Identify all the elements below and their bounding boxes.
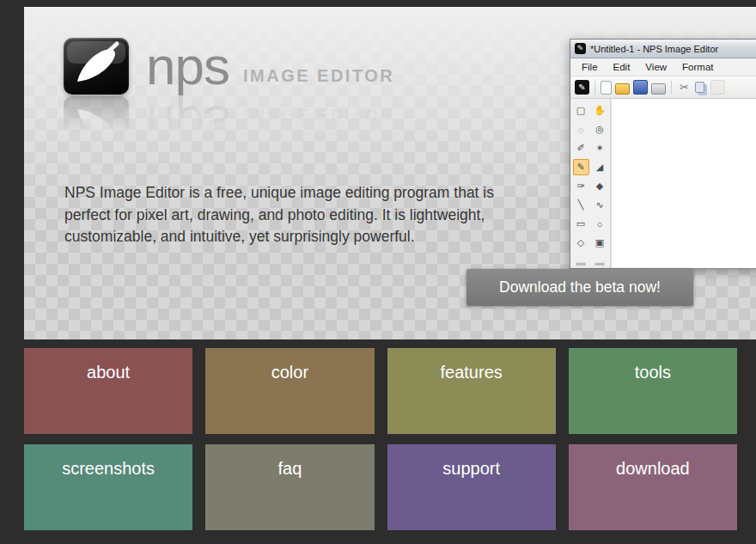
- pan-tool-icon[interactable]: ✋: [592, 102, 608, 119]
- eraser-tool-icon[interactable]: ◢: [592, 159, 608, 175]
- window-menubar: File Edit View Format: [570, 58, 756, 76]
- toolbar-separator: [594, 81, 595, 95]
- fill-tool-icon[interactable]: ◆: [592, 178, 608, 194]
- window-title: *Untitled-1 - NPS Image Editor: [590, 44, 718, 54]
- copy-icon[interactable]: [695, 82, 704, 93]
- curve-tool-icon[interactable]: ∿: [592, 197, 608, 213]
- menu-file[interactable]: File: [574, 62, 606, 72]
- select-tool-icon[interactable]: ▢: [573, 102, 589, 119]
- zoom-tool-icon[interactable]: ◎: [592, 121, 608, 138]
- nav-tile-tools[interactable]: tools: [569, 348, 737, 434]
- logo-wordmark: nps: [146, 40, 229, 93]
- nav-tile-grid: about color features tools screenshots f…: [24, 348, 737, 530]
- nav-tile-support[interactable]: support: [387, 444, 556, 530]
- open-folder-icon[interactable]: [615, 83, 630, 95]
- canvas-area: [611, 99, 756, 268]
- page-root: { "hero": { "logo": { "text": "nps", "su…: [0, 0, 756, 544]
- nav-tile-download[interactable]: download: [569, 444, 737, 530]
- nav-tile-color[interactable]: color: [205, 348, 374, 434]
- ellipse-tool-icon[interactable]: ○: [592, 216, 608, 232]
- magic-wand-tool-icon[interactable]: ✶: [592, 140, 608, 156]
- save-icon[interactable]: [633, 80, 648, 95]
- logo-reflection: nps IMAGE EDITOR: [64, 95, 394, 155]
- nav-tile-about[interactable]: about: [24, 348, 192, 434]
- window-app-icon: ✎: [575, 43, 586, 54]
- airbrush-tool-icon[interactable]: ✑: [573, 178, 589, 194]
- logo-wordmark-reflection: nps: [146, 98, 229, 151]
- eyedropper-tool-icon[interactable]: ✐: [573, 140, 589, 156]
- app-window-screenshot: ✎ *Untitled-1 - NPS Image Editor File Ed…: [570, 39, 756, 269]
- hero-panel: nps IMAGE EDITOR nps IMAGE EDITOR NPS Im…: [24, 7, 756, 339]
- polygon-tool-icon[interactable]: ◇: [573, 235, 589, 251]
- logo-subtitle-reflection: IMAGE EDITOR: [243, 105, 394, 125]
- menu-view[interactable]: View: [637, 62, 674, 72]
- toolbar-separator: [671, 81, 672, 95]
- tool-disabled-icon: ▬: [573, 254, 589, 268]
- paste-icon[interactable]: [710, 80, 725, 95]
- window-titlebar: ✎ *Untitled-1 - NPS Image Editor: [570, 40, 756, 58]
- download-beta-button[interactable]: Download the beta now!: [466, 269, 693, 306]
- rounded-rect-tool-icon[interactable]: ▣: [592, 235, 608, 251]
- nav-tile-screenshots[interactable]: screenshots: [24, 444, 192, 530]
- window-toolbar: ✎✂: [570, 76, 756, 99]
- nav-tile-features[interactable]: features: [387, 348, 556, 434]
- lasso-tool-icon[interactable]: ◌: [573, 121, 589, 138]
- menu-edit[interactable]: Edit: [606, 62, 638, 72]
- hero-description: NPS Image Editor is a free, unique image…: [64, 182, 537, 248]
- toolbox: ▢✋◌◎✐✶✎◢✑◆╲∿▭○◇▣▬▬▭▭: [570, 99, 611, 268]
- nps-brush-logo-icon: [64, 38, 129, 95]
- nps-brush-logo-reflection-icon: [64, 96, 129, 153]
- nps-brush-icon[interactable]: ✎: [575, 80, 589, 95]
- new-document-icon[interactable]: [601, 81, 612, 95]
- logo: nps IMAGE EDITOR: [64, 36, 394, 96]
- line-tool-icon[interactable]: ╲: [573, 197, 589, 213]
- pencil-tool-icon[interactable]: ✎: [573, 159, 589, 175]
- menu-format[interactable]: Format: [674, 62, 721, 72]
- cut-icon[interactable]: ✂: [677, 80, 692, 95]
- logo-subtitle: IMAGE EDITOR: [243, 66, 394, 86]
- nav-tile-faq[interactable]: faq: [205, 444, 374, 530]
- rectangle-tool-icon[interactable]: ▭: [573, 216, 589, 232]
- print-icon[interactable]: [651, 83, 666, 95]
- tool-disabled-icon: ▬: [592, 254, 608, 268]
- window-body: ▢✋◌◎✐✶✎◢✑◆╲∿▭○◇▣▬▬▭▭: [570, 99, 756, 268]
